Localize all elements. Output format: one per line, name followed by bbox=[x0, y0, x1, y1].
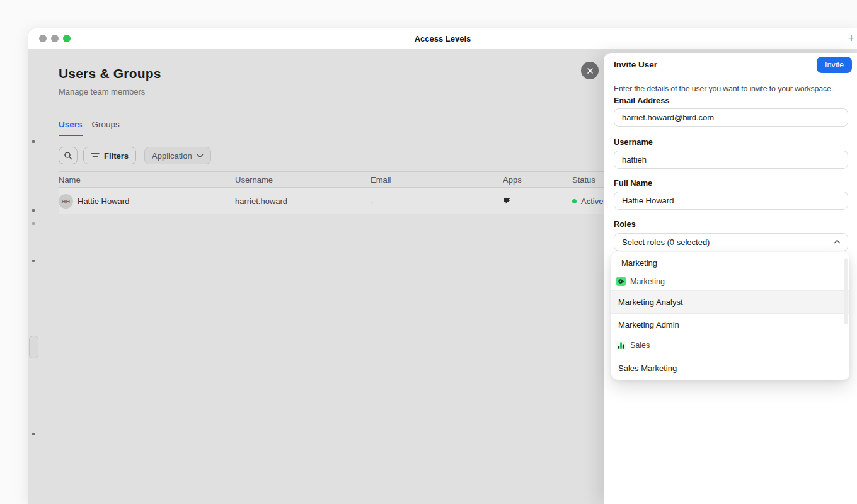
panel-description: Enter the details of the user you want t… bbox=[614, 84, 833, 93]
app-group-marketing[interactable]: Marketing bbox=[611, 272, 849, 290]
panel-title: Invite User bbox=[614, 60, 657, 69]
window-title: Access Levels bbox=[28, 28, 857, 49]
col-header-name: Name bbox=[59, 172, 81, 188]
roles-select[interactable]: Select roles (0 selected) bbox=[614, 233, 848, 251]
role-option-label: Marketing bbox=[621, 258, 657, 268]
status-text: Active bbox=[581, 197, 603, 206]
cell-name: Hattie Howard bbox=[78, 188, 129, 214]
col-header-status: Status bbox=[572, 172, 595, 188]
filters-button[interactable]: Filters bbox=[83, 147, 136, 164]
col-header-email: Email bbox=[371, 172, 391, 188]
new-tab-icon[interactable]: + bbox=[846, 31, 857, 46]
app-group-sales[interactable]: Sales bbox=[611, 336, 849, 355]
sidebar-edge-icon bbox=[32, 260, 35, 262]
role-option[interactable]: Marketing Analyst bbox=[611, 291, 849, 314]
dropdown-scrollbar[interactable] bbox=[844, 258, 848, 324]
filters-label: Filters bbox=[104, 151, 129, 161]
sidebar-edge-icon bbox=[32, 222, 35, 225]
window-titlebar: Access Levels + bbox=[28, 28, 857, 49]
role-option[interactable]: Sales Marketing bbox=[611, 357, 849, 379]
cell-username: harriet.howard bbox=[235, 188, 287, 214]
page-title: Users & Groups bbox=[59, 66, 161, 81]
main-content: Users & Groups Manage team members Users… bbox=[28, 49, 857, 504]
roles-select-value: Select roles (0 selected) bbox=[622, 238, 710, 247]
invite-user-panel: Invite User Invite Enter the details of … bbox=[604, 53, 857, 504]
app-window: Access Levels + Users & Groups Manage te… bbox=[28, 28, 857, 504]
application-filter-dropdown[interactable]: Application bbox=[144, 147, 211, 164]
panel-close-button[interactable] bbox=[581, 62, 599, 79]
role-option-label: Sales Marketing bbox=[618, 364, 677, 373]
sidebar-edge-icon bbox=[32, 433, 35, 435]
toolbar: Filters Application bbox=[59, 147, 211, 164]
role-option-label: Marketing Admin bbox=[618, 320, 679, 329]
role-option[interactable]: Marketing bbox=[611, 253, 849, 272]
avatar: HH bbox=[59, 194, 73, 209]
email-field[interactable] bbox=[614, 108, 848, 127]
role-option[interactable]: Marketing Admin bbox=[611, 314, 849, 336]
bird-app-icon bbox=[503, 197, 512, 205]
fullname-label: Full Name bbox=[614, 178, 652, 188]
cell-status: Active bbox=[572, 188, 603, 214]
col-header-username: Username bbox=[235, 172, 273, 188]
username-label: Username bbox=[614, 137, 653, 147]
page-subtitle: Manage team members bbox=[59, 87, 145, 96]
sidebar-edge-icon bbox=[32, 209, 35, 212]
roles-dropdown: Marketing Marketing Marketing Analyst Ma… bbox=[611, 252, 849, 380]
cell-email: - bbox=[371, 188, 373, 214]
username-field[interactable] bbox=[614, 151, 848, 169]
close-icon bbox=[587, 67, 594, 74]
col-header-apps: Apps bbox=[503, 172, 522, 188]
filter-icon bbox=[91, 152, 100, 159]
search-icon bbox=[64, 151, 72, 160]
group-label: Sales bbox=[630, 341, 650, 350]
marketing-app-icon bbox=[616, 277, 626, 286]
fullname-field[interactable] bbox=[614, 192, 848, 210]
status-dot bbox=[572, 199, 577, 203]
invite-button[interactable]: Invite bbox=[817, 57, 852, 73]
role-option-label: Marketing Analyst bbox=[618, 297, 683, 307]
group-label: Marketing bbox=[630, 277, 665, 286]
sidebar-edge-item bbox=[29, 336, 38, 358]
chevron-down-icon bbox=[197, 154, 204, 158]
roles-label: Roles bbox=[614, 219, 636, 229]
search-button[interactable] bbox=[59, 147, 78, 164]
chevron-up-icon bbox=[834, 239, 841, 244]
sales-app-icon bbox=[616, 341, 626, 350]
sidebar-edge-icon bbox=[32, 140, 35, 143]
application-filter-label: Application bbox=[152, 151, 192, 161]
email-label: Email Address bbox=[614, 96, 669, 105]
